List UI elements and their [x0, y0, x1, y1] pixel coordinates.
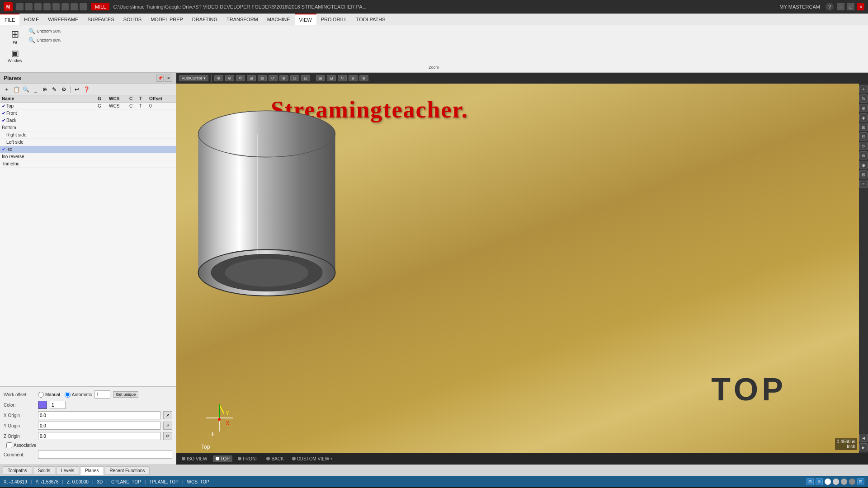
plane-row-front[interactable]: ✔Front	[0, 110, 176, 117]
status-icon3[interactable]: ⊟	[857, 478, 864, 485]
color-value-input[interactable]	[50, 401, 66, 409]
menu-machine[interactable]: MACHINE	[263, 14, 295, 25]
plane-row-trimetric[interactable]: Trimetric	[0, 160, 176, 168]
planes-search-button[interactable]: 🔍	[22, 85, 30, 94]
planes-tb-btn6[interactable]: ✎	[50, 85, 58, 94]
autocursor-button[interactable]: AutoCursor ▾	[179, 75, 208, 81]
plane-row-top[interactable]: ✔Top G WCS C T 0	[0, 103, 176, 110]
rt-btn10[interactable]: ⊠	[859, 170, 868, 178]
planes-tb-btn7[interactable]: ⚙	[60, 85, 68, 94]
rt-btn11[interactable]: ≡	[859, 180, 868, 188]
vt-btn2[interactable]: ⊗	[225, 75, 234, 81]
menu-drafting[interactable]: DRAFTING	[188, 14, 222, 25]
vt-btn11[interactable]: ⊟	[327, 75, 336, 81]
unzoom-80-button[interactable]: 🔍 Unzoom 80%	[26, 36, 63, 44]
plane-row-rightside[interactable]: Right side	[0, 131, 176, 139]
svg-text:X: X	[226, 421, 229, 426]
plane-row-iso-reverse[interactable]: Iso reverse	[0, 153, 176, 160]
vt-btn7[interactable]: ⊕	[279, 75, 288, 81]
planes-tb-btn9[interactable]: ❓	[82, 85, 90, 94]
plane-row-bottom[interactable]: Bottom	[0, 124, 176, 131]
x-origin-input[interactable]	[38, 411, 160, 419]
planes-tb-btn8[interactable]: ↩	[73, 85, 81, 94]
vt-btn12[interactable]: ↻	[338, 75, 347, 81]
tab-recent-functions[interactable]: Recent Functions	[105, 466, 150, 475]
vt-btn10[interactable]: ⊞	[316, 75, 325, 81]
planes-tb-btn5[interactable]: ⊕	[41, 85, 49, 94]
z-origin-input[interactable]	[38, 432, 160, 440]
unzoom-50-button[interactable]: 🔍 Unzoom 50%	[26, 27, 63, 35]
rt-btn7[interactable]: ⟳	[859, 142, 868, 150]
menu-pro-drill[interactable]: PRO DRILL	[316, 14, 352, 25]
y-set-button[interactable]: ↗	[163, 422, 172, 430]
vt-btn3[interactable]: ↺	[236, 75, 245, 81]
color-swatch[interactable]	[38, 401, 47, 409]
y-origin-label: Y Origin	[4, 423, 35, 428]
status-icon2[interactable]: ⊕	[816, 478, 823, 485]
vt-btn6[interactable]: ⟳	[269, 75, 278, 81]
menu-view[interactable]: VIEW	[295, 14, 316, 25]
work-offset-label: Work offset:	[4, 392, 35, 397]
tab-levels[interactable]: Levels	[56, 466, 79, 475]
vt-btn8[interactable]: ◎	[290, 75, 299, 81]
top-view-tab[interactable]: TOP	[213, 455, 232, 462]
vt-btn1[interactable]: ⊕	[214, 75, 223, 81]
menu-solids[interactable]: SOLIDS	[119, 14, 146, 25]
comment-input[interactable]	[38, 450, 172, 459]
automatic-radio[interactable]: Automatic	[65, 392, 92, 398]
rt-btn6[interactable]: ⊟	[859, 132, 868, 141]
rt-btn4[interactable]: ◈	[859, 113, 868, 122]
associative-checkbox[interactable]: Associative	[6, 442, 37, 448]
menu-toolpaths[interactable]: TOOLPATHS	[352, 14, 390, 25]
my-mastercam-label[interactable]: MY MASTERCAM	[779, 4, 820, 9]
iso-view-tab[interactable]: ISO VIEW	[179, 455, 210, 462]
restore-button[interactable]: □	[847, 3, 854, 10]
rt-btn3[interactable]: ⊕	[859, 104, 868, 112]
plane-row-iso[interactable]: ✔Iso	[0, 146, 176, 153]
y-origin-input[interactable]	[38, 422, 160, 430]
get-unique-button[interactable]: Get unique	[113, 391, 138, 398]
tab-planes[interactable]: Planes	[80, 466, 104, 475]
vt-btn13[interactable]: ⊕	[349, 75, 358, 81]
rt-btn8[interactable]: ⊛	[859, 151, 868, 160]
x-set-button[interactable]: ↗	[163, 411, 172, 419]
window-button[interactable]: ▣ Window	[5, 47, 25, 64]
minimize-button[interactable]: ─	[837, 3, 844, 10]
rt-btn9[interactable]: ◉	[859, 161, 868, 169]
tab-solids[interactable]: Solids	[33, 466, 55, 475]
tab-toolpaths[interactable]: Toolpaths	[3, 466, 32, 475]
plane-row-leftside[interactable]: Left side	[0, 139, 176, 146]
custom-view-tab[interactable]: CUSTOM VIEW ▾	[289, 455, 335, 462]
menu-surfaces[interactable]: SURFACES	[83, 14, 118, 25]
back-view-tab[interactable]: BACK	[264, 455, 286, 462]
rt-btn5[interactable]: ⊞	[859, 123, 868, 131]
menu-transform[interactable]: TRANSFORM	[222, 14, 263, 25]
rt-btn1[interactable]: +	[859, 85, 868, 93]
vt-btn5[interactable]: ⊠	[258, 75, 267, 81]
planes-tb-btn4[interactable]: ⎯	[31, 85, 39, 94]
rt-scroll-up[interactable]: ◄	[859, 434, 868, 442]
close-button[interactable]: ✕	[857, 3, 864, 10]
offset-value-input[interactable]	[94, 390, 110, 399]
menu-home[interactable]: HOME	[19, 14, 43, 25]
plane-row-back[interactable]: ✔Back	[0, 117, 176, 124]
fit-button[interactable]: ⊞ Fit	[6, 27, 24, 46]
planes-pin-button[interactable]: 📌	[156, 75, 164, 82]
vt-btn14[interactable]: ⊕	[359, 75, 368, 81]
menu-model-prep[interactable]: MODEL PREP	[146, 14, 188, 25]
menu-file[interactable]: FILE	[0, 14, 19, 25]
vt-btn4[interactable]: ⊞	[247, 75, 256, 81]
vt-btn9[interactable]: ⊡	[301, 75, 310, 81]
help-button[interactable]: ?	[826, 3, 834, 11]
planes-add-button[interactable]: +	[3, 85, 11, 94]
z-set-button[interactable]: ⟳	[163, 432, 172, 440]
status-icon1[interactable]: ⊞	[807, 478, 814, 485]
manual-radio[interactable]: Manual	[38, 392, 60, 398]
front-view-tab[interactable]: FRONT	[235, 455, 261, 462]
rt-scroll-down[interactable]: ►	[859, 443, 868, 451]
viewport-3d-canvas[interactable]: Streamingteacher. TOP	[176, 84, 859, 453]
menu-wireframe[interactable]: WIREFRAME	[43, 14, 83, 25]
planes-close-button[interactable]: ✕	[165, 75, 172, 82]
rt-btn2[interactable]: ↻	[859, 94, 868, 103]
planes-tb-btn2[interactable]: 📋	[12, 85, 20, 94]
